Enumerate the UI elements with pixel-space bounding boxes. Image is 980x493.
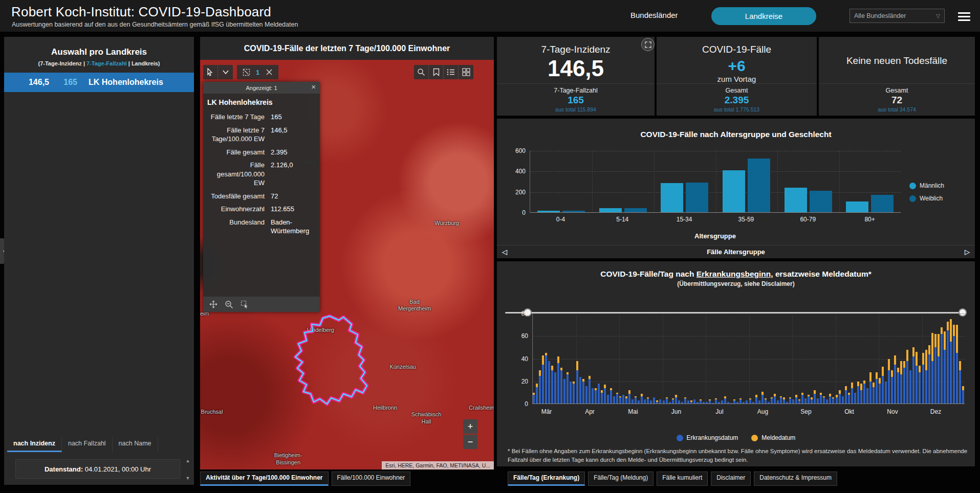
close-icon[interactable]: × (311, 82, 316, 91)
daily-bar-erkrankung (879, 384, 881, 404)
legend-item-männlich: Männlich (909, 182, 944, 189)
daily-bar-meldung (950, 319, 952, 342)
list-item-selected-landkreis[interactable]: 146,5 165 LK Hohenlohekreis (4, 73, 194, 92)
daily-bar-meldung (906, 350, 908, 361)
daily-bar-meldung (869, 372, 872, 382)
card-7-tage-inzidenz: 7-Tage-Inzidenz 146,5 7-Tage-Fallzahl 16… (497, 37, 655, 116)
daily-bar-meldung (595, 388, 597, 390)
daily-bar-meldung (789, 397, 791, 398)
pager-right-icon[interactable]: ▷ (965, 248, 970, 256)
zoom-out-button[interactable]: − (463, 435, 477, 449)
daily-bar-erkrankung (891, 377, 893, 404)
daily-bar-meldung (934, 334, 937, 348)
sort-tab-nach-name[interactable]: nach Name (113, 437, 158, 452)
daily-bar-meldung (900, 361, 902, 375)
bookmark-icon[interactable] (429, 65, 444, 79)
daily-bar-erkrankung (873, 387, 875, 404)
title-erkrankungsbeginn-link[interactable]: Erkrankungsbeginn (696, 270, 771, 278)
clear-selection-icon[interactable] (262, 65, 276, 79)
search-icon[interactable] (414, 65, 429, 79)
daily-bar-erkrankung (888, 370, 890, 404)
scroll-up-icon[interactable]: ▲ (186, 458, 190, 463)
selection-box-icon (239, 65, 254, 79)
bar-männlich-60-79 (785, 188, 807, 213)
daily-bar-erkrankung (938, 356, 940, 404)
daily-bar-meldung (820, 393, 822, 395)
region-dropdown[interactable]: Alle Bundesländer ▽ (850, 9, 945, 23)
daily-bar-meldung (749, 398, 751, 399)
daily-bar-meldung (953, 325, 955, 336)
daily-bar-meldung (675, 395, 677, 397)
select-feature-icon[interactable] (241, 300, 249, 308)
daily-bar-meldung (619, 396, 621, 397)
daily-bar-meldung (897, 368, 899, 372)
legend-list-icon[interactable] (444, 65, 459, 79)
daily-bar-erkrankung (934, 347, 937, 404)
tab-fälle-tag-erkrankung-[interactable]: Fälle/Tag (Erkrankung) (508, 472, 585, 486)
popup-row-value: 2.395 (271, 148, 319, 157)
daily-chart-bars (533, 313, 965, 404)
age-group-35-59 (715, 151, 777, 213)
expand-icon[interactable] (641, 38, 655, 51)
daily-bar-meldung (863, 380, 865, 384)
card-sub-label: Gesamt (886, 87, 908, 94)
daily-bar-meldung (576, 361, 578, 370)
daily-bar-erkrankung (885, 382, 887, 404)
tab-datenschutz-impressum[interactable]: Datenschutz & Impressum (754, 472, 837, 486)
row-cases7-value: 165 (49, 78, 77, 87)
daily-bar-meldung (724, 396, 726, 398)
daily-bar-erkrankung (854, 393, 856, 404)
daily-bar-erkrankung (863, 384, 865, 404)
daily-bar-erkrankung (551, 370, 553, 404)
popup-row-value: 2.126,0 (271, 161, 319, 188)
daily-bar-erkrankung (607, 395, 609, 404)
daily-bar-meldung (610, 388, 612, 390)
menu-icon[interactable] (958, 10, 970, 20)
legend-label: Männlich (920, 182, 944, 189)
tab-fälle-kumuliert[interactable]: Fälle kumuliert (657, 472, 708, 486)
tab-disclaimer[interactable]: Disclaimer (711, 472, 751, 486)
zoom-out-icon[interactable] (225, 300, 233, 309)
daily-bar-erkrankung (585, 386, 587, 404)
daily-bar-erkrankung (774, 396, 776, 404)
daily-bar-meldung (912, 347, 914, 356)
daily-bar-erkrankung (962, 390, 964, 404)
map-canvas[interactable]: nburgWürzburgBad MergentheimHeidelbergKü… (200, 60, 494, 469)
select-tool-icon[interactable] (203, 65, 218, 79)
legend-item-meldedatum: Meldedatum (751, 434, 795, 441)
daily-chart-month-labels: MärAprMaiJunJulAugSepOktNovDez (532, 408, 965, 416)
age-xtick: 60-79 (777, 216, 839, 223)
x-axis-line (530, 212, 901, 213)
daily-bar-erkrankung (857, 386, 859, 404)
map-tab-fälle-100-000-einwohner[interactable]: Fälle/100.000 Einwohner (332, 472, 411, 486)
daily-bar-meldung (690, 400, 692, 401)
daily-bar-meldung (836, 395, 838, 397)
daily-bar-meldung (774, 394, 776, 396)
daily-bar-meldung (635, 396, 637, 397)
sort-tab-nach-fallzahl[interactable]: nach Fallzahl (62, 437, 113, 452)
pager-left-icon[interactable]: ◁ (502, 248, 507, 256)
daily-bar-erkrankung (545, 355, 547, 404)
popup-row-value: 72 (271, 192, 319, 201)
daily-bar-meldung (925, 350, 927, 370)
basemap-icon[interactable] (459, 65, 473, 79)
nav-bundeslaender-button[interactable]: Bundesländer (630, 11, 678, 19)
daily-bar-erkrankung (616, 394, 618, 404)
select-tool-dropdown-icon[interactable] (218, 65, 233, 79)
pan-icon[interactable] (209, 300, 217, 308)
month-label-Aug: Aug (757, 408, 768, 415)
scroll-down-icon[interactable]: ▼ (186, 476, 190, 481)
map-tab-aktivität-über-7-tage-100-000-einwohner[interactable]: Aktivität über 7 Tage/100.000 Einwohner (200, 472, 329, 486)
daily-bar-meldung (601, 390, 603, 392)
age-group-5-14 (592, 151, 654, 213)
daily-bar-erkrankung (909, 370, 911, 404)
divider (819, 83, 975, 84)
nav-landkreise-button[interactable]: Landkreise (711, 7, 816, 25)
card-sub-value: 72 (891, 95, 902, 106)
zoom-in-button[interactable]: + (463, 419, 477, 434)
chevron-down-icon: ▽ (936, 13, 940, 19)
tab-fälle-tag-meldung-[interactable]: Fälle/Tag (Meldung) (588, 472, 654, 486)
title-part: COVID-19-Fälle/Tag nach (600, 270, 696, 278)
sort-tab-nach-inzidenz[interactable]: nach Inzidenz (7, 437, 62, 452)
daily-bar-erkrankung (554, 372, 556, 404)
